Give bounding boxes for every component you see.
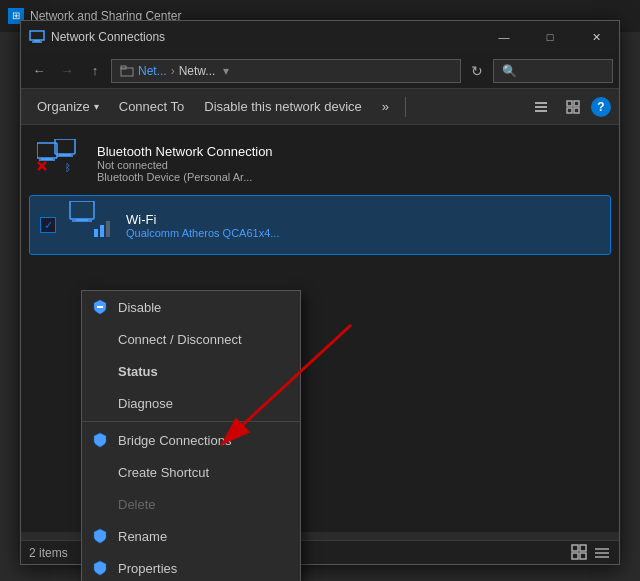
search-icon: 🔍 — [502, 64, 517, 78]
svg-rect-32 — [572, 553, 578, 559]
address-path[interactable]: Net... › Netw... ▾ — [111, 59, 461, 83]
ctx-properties-icon — [90, 558, 110, 578]
ctx-bridge-label: Bridge Connections — [118, 433, 231, 448]
inner-window-title: Network Connections — [51, 30, 165, 44]
path-netw: Netw... — [179, 64, 216, 78]
path-separator-1: › — [171, 64, 175, 78]
ctx-delete-label: Delete — [118, 497, 156, 512]
shield-properties-icon — [92, 560, 108, 576]
more-button[interactable]: » — [374, 93, 397, 121]
help-label: ? — [597, 100, 604, 114]
refresh-button[interactable]: ↻ — [465, 59, 489, 83]
svg-rect-8 — [567, 101, 572, 106]
svg-rect-11 — [574, 108, 579, 113]
wifi-checkbox[interactable]: ✓ — [40, 217, 56, 233]
inner-titlebar: Network Connections — □ ✕ — [21, 21, 619, 53]
wifi-name: Wi-Fi — [126, 212, 602, 227]
ctx-rename-label: Rename — [118, 529, 167, 544]
svg-rect-30 — [572, 545, 578, 551]
status-grid-icon[interactable] — [571, 544, 589, 562]
status-count: 2 items — [29, 546, 68, 560]
bluetooth-icon-wrapper: ᛒ — [37, 139, 85, 187]
ctx-disable-label: Disable — [118, 300, 161, 315]
ctx-rename[interactable]: Rename — [82, 520, 300, 552]
search-box[interactable]: 🔍 — [493, 59, 613, 83]
bluetooth-network-item[interactable]: ᛒ Bluetooth Network Connection Not conne… — [29, 133, 611, 193]
svg-rect-7 — [535, 110, 547, 112]
ctx-bridge-icon — [90, 430, 110, 450]
wifi-computer-icon — [66, 201, 110, 241]
svg-rect-33 — [580, 553, 586, 559]
close-button[interactable]: ✕ — [573, 21, 619, 53]
toolbar: Organize ▾ Connect To Disable this netwo… — [21, 89, 619, 125]
bluetooth-device: Bluetooth Device (Personal Ar... — [97, 171, 603, 183]
organize-button[interactable]: Organize ▾ — [29, 93, 107, 121]
inner-window: Network Connections — □ ✕ ← → ↑ Net... ›… — [20, 20, 620, 565]
svg-text:ᛒ: ᛒ — [65, 162, 71, 173]
path-dropdown[interactable]: ▾ — [223, 64, 229, 78]
shield-rename-icon — [92, 528, 108, 544]
svg-rect-24 — [94, 229, 98, 237]
preview-icon — [565, 99, 581, 115]
ctx-disable[interactable]: Disable — [82, 291, 300, 323]
bluetooth-status: Not connected — [97, 159, 603, 171]
context-menu: Disable Connect / Disconnect Status Diag… — [81, 290, 301, 581]
details-icon — [533, 99, 549, 115]
wifi-icon-wrapper — [66, 201, 114, 249]
ctx-rename-icon — [90, 526, 110, 546]
organize-label: Organize — [37, 99, 90, 114]
back-button[interactable]: ← — [27, 59, 51, 83]
preview-button[interactable] — [559, 93, 587, 121]
wifi-checkbox-area: ✓ — [38, 217, 58, 233]
status-right — [571, 544, 611, 562]
svg-rect-0 — [30, 31, 44, 40]
disable-device-button[interactable]: Disable this network device — [196, 93, 370, 121]
ctx-separator-1 — [82, 421, 300, 422]
inner-window-icon — [29, 29, 45, 45]
shield-bridge-icon — [92, 432, 108, 448]
ctx-status[interactable]: Status — [82, 355, 300, 387]
svg-rect-25 — [100, 225, 104, 237]
wifi-check-icon: ✓ — [44, 219, 53, 232]
wifi-network-item[interactable]: ✓ Wi-F — [29, 195, 611, 255]
disable-device-label: Disable this network device — [204, 99, 362, 114]
maximize-button[interactable]: □ — [527, 21, 573, 53]
svg-rect-5 — [535, 102, 547, 104]
up-button[interactable]: ↑ — [83, 59, 107, 83]
ctx-delete: Delete — [82, 488, 300, 520]
wifi-device: Qualcomm Atheros QCA61x4... — [126, 227, 602, 239]
svg-rect-10 — [567, 108, 572, 113]
ctx-shortcut[interactable]: Create Shortcut — [82, 456, 300, 488]
organize-dropdown-icon: ▾ — [94, 101, 99, 112]
toolbar-separator — [405, 97, 406, 117]
help-button[interactable]: ? — [591, 97, 611, 117]
connect-to-label: Connect To — [119, 99, 185, 114]
forward-button[interactable]: → — [55, 59, 79, 83]
ctx-shortcut-label: Create Shortcut — [118, 465, 209, 480]
details-view-button[interactable] — [527, 93, 555, 121]
toolbar-extra: ? — [527, 93, 611, 121]
ctx-connect-disconnect[interactable]: Connect / Disconnect — [82, 323, 300, 355]
bluetooth-network-info: Bluetooth Network Connection Not connect… — [97, 144, 603, 183]
svg-rect-9 — [574, 101, 579, 106]
ctx-diagnose[interactable]: Diagnose — [82, 387, 300, 419]
ctx-disable-icon — [90, 297, 110, 317]
svg-rect-12 — [37, 143, 57, 158]
address-bar: ← → ↑ Net... › Netw... ▾ ↻ 🔍 — [21, 53, 619, 89]
bluetooth-computer-icon: ᛒ — [37, 139, 81, 175]
minimize-button[interactable]: — — [481, 21, 527, 53]
outer-window: ⊞ Network and Sharing Center Network Con… — [0, 0, 640, 581]
shield-disable-icon — [92, 299, 108, 315]
ctx-properties[interactable]: Properties — [82, 552, 300, 581]
status-list-icon[interactable] — [593, 544, 611, 562]
svg-rect-21 — [70, 201, 94, 219]
ctx-bridge[interactable]: Bridge Connections — [82, 424, 300, 456]
svg-rect-6 — [535, 106, 547, 108]
svg-rect-31 — [580, 545, 586, 551]
ctx-properties-label: Properties — [118, 561, 177, 576]
ctx-diagnose-label: Diagnose — [118, 396, 173, 411]
connect-to-button[interactable]: Connect To — [111, 93, 193, 121]
ctx-status-label: Status — [118, 364, 158, 379]
ctx-connect-disconnect-label: Connect / Disconnect — [118, 332, 242, 347]
svg-rect-26 — [106, 221, 110, 237]
